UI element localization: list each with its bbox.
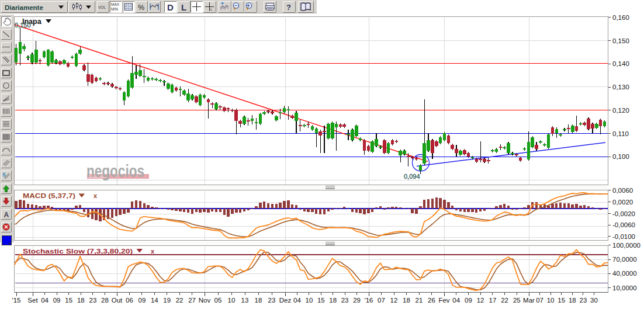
svg-text:07: 07 [536, 297, 543, 304]
svg-text:21: 21 [416, 297, 423, 304]
svg-text:09: 09 [53, 297, 61, 304]
svg-text:10: 10 [306, 297, 313, 304]
svg-text:06: 06 [126, 297, 133, 304]
svg-text:MACD (5,37,7): MACD (5,37,7) [23, 192, 75, 199]
svg-text:MIN: MIN [111, 7, 118, 11]
svg-text:VOL: VOL [98, 5, 106, 9]
svg-text:0,094: 0,094 [404, 173, 420, 180]
svg-text:+: + [221, 1, 224, 6]
svg-text:'15: '15 [12, 297, 21, 304]
svg-text:Set: Set [27, 297, 38, 304]
svg-text:negocios: negocios [86, 162, 144, 180]
svg-text:18: 18 [569, 297, 576, 304]
svg-text:17: 17 [489, 297, 497, 304]
svg-text:23: 23 [341, 297, 349, 304]
svg-text:L: L [181, 2, 186, 12]
svg-text:15: 15 [65, 297, 72, 304]
svg-text:Fev: Fev [438, 297, 449, 304]
svg-text:Mar: Mar [523, 297, 535, 304]
svg-text:0,160: 0,160 [612, 14, 629, 21]
svg-text:04: 04 [293, 297, 301, 304]
svg-text:10: 10 [228, 297, 236, 304]
svg-text:22: 22 [501, 297, 508, 304]
svg-text:05: 05 [214, 297, 222, 304]
svg-text:10,0000: 10,0000 [612, 284, 637, 291]
svg-text:04: 04 [452, 297, 460, 304]
svg-text:A: A [4, 211, 9, 219]
svg-text:12: 12 [390, 297, 398, 304]
svg-text:x: x [94, 192, 98, 199]
svg-text:29: 29 [353, 297, 361, 304]
svg-text:Stochastic Slow (7,3,3,80,20): Stochastic Slow (7,3,3,80,20) [23, 248, 133, 255]
svg-text:D: D [167, 2, 174, 12]
svg-text:27: 27 [188, 297, 196, 304]
svg-text:14: 14 [151, 297, 158, 304]
svg-text:07: 07 [378, 297, 385, 304]
svg-text:0,110: 0,110 [612, 130, 629, 137]
svg-text:18: 18 [77, 297, 85, 304]
svg-text:%: % [138, 4, 144, 12]
svg-text:100,0000: 100,0000 [612, 242, 640, 249]
svg-text:18: 18 [403, 297, 410, 304]
svg-text:x: x [151, 248, 155, 255]
svg-text:0,120: 0,120 [612, 107, 629, 114]
svg-text:-0,0020: -0,0020 [612, 210, 635, 217]
svg-text:0,150: 0,150 [15, 22, 31, 29]
svg-text:-0,0060: -0,0060 [612, 221, 635, 228]
svg-text:?: ? [286, 3, 291, 12]
svg-text:23: 23 [89, 297, 97, 304]
svg-text:30: 30 [590, 297, 598, 304]
svg-text:10: 10 [547, 297, 555, 304]
svg-text:13: 13 [241, 297, 249, 304]
svg-text:0,100: 0,100 [612, 153, 629, 160]
svg-text:09: 09 [465, 297, 472, 304]
svg-text:0,150: 0,150 [612, 37, 629, 44]
svg-text:40,0000: 40,0000 [612, 270, 637, 277]
svg-text:18: 18 [255, 297, 262, 304]
svg-text:0,140: 0,140 [612, 60, 629, 67]
svg-text:Dez: Dez [279, 297, 292, 304]
svg-text:22: 22 [176, 297, 183, 304]
svg-text:25: 25 [513, 297, 521, 304]
svg-text:70,0000: 70,0000 [612, 256, 637, 263]
svg-text:23: 23 [580, 297, 587, 304]
svg-text:'16: '16 [365, 297, 373, 304]
svg-text:26: 26 [428, 297, 435, 304]
svg-text:-0,0100: -0,0100 [612, 233, 635, 240]
svg-text:Nov: Nov [199, 297, 211, 304]
svg-text:S: S [2, 172, 6, 178]
svg-text:15: 15 [317, 297, 325, 304]
svg-text:12: 12 [477, 297, 484, 304]
svg-text:0,0060: 0,0060 [612, 187, 633, 194]
svg-text:28: 28 [101, 297, 109, 304]
svg-text:Out: Out [112, 297, 123, 304]
svg-text:MAX: MAX [111, 2, 120, 6]
svg-text:09: 09 [139, 297, 146, 304]
svg-text:18: 18 [329, 297, 337, 304]
svg-text:0,0020: 0,0020 [612, 199, 633, 206]
svg-text:0,130: 0,130 [612, 84, 629, 91]
svg-text:19: 19 [163, 297, 171, 304]
svg-text:04: 04 [41, 297, 49, 304]
svg-text:23: 23 [268, 297, 276, 304]
svg-text:15: 15 [558, 297, 565, 304]
svg-text:Diariamente: Diariamente [5, 4, 43, 11]
